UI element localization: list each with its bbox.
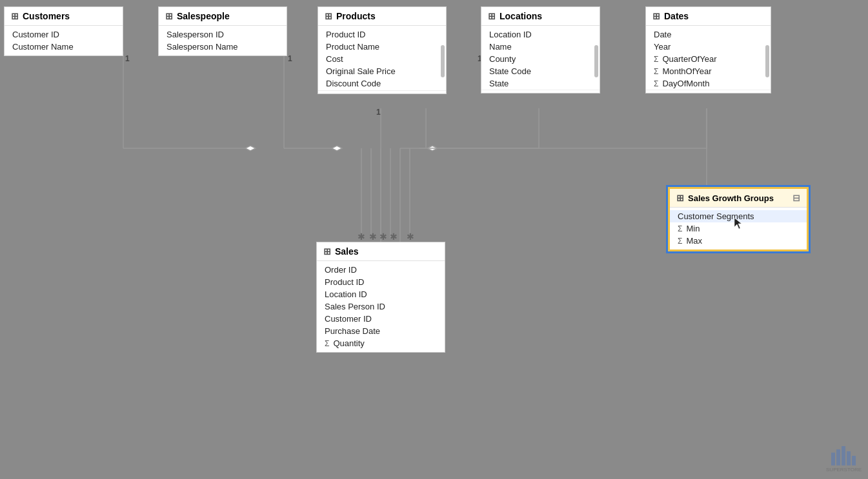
sales-table: ⊞ Sales Order ID Product ID Location ID … bbox=[316, 242, 445, 353]
svg-text:✱: ✱ bbox=[390, 231, 398, 242]
field-sales-product-id: Product ID bbox=[317, 276, 445, 288]
locations-table-icon: ⊞ bbox=[488, 11, 496, 21]
salespeople-table-icon: ⊞ bbox=[165, 11, 173, 21]
customers-title: Customers bbox=[23, 11, 70, 21]
products-table-header: ⊞ Products bbox=[318, 7, 446, 26]
sales-table-header: ⊞ Sales bbox=[317, 242, 445, 261]
salespeople-table: ⊞ Salespeople Salesperson ID Salesperson… bbox=[158, 6, 287, 56]
dates-scrollbar[interactable] bbox=[765, 45, 769, 77]
customers-fields: Customer ID Customer Name bbox=[5, 26, 123, 55]
svg-text:✱: ✱ bbox=[358, 231, 365, 242]
locations-table-header: ⊞ Locations bbox=[481, 7, 600, 26]
field-cost: Cost bbox=[318, 53, 446, 65]
svg-text:1: 1 bbox=[288, 54, 292, 63]
customers-table-header: ⊞ Customers bbox=[5, 7, 123, 26]
locations-title: Locations bbox=[500, 11, 542, 21]
sgg-title: Sales Growth Groups bbox=[688, 193, 774, 203]
svg-marker-5 bbox=[332, 146, 342, 151]
products-scrollbar[interactable] bbox=[441, 45, 445, 77]
svg-marker-12 bbox=[427, 146, 438, 151]
sgg-table-icon: ⊞ bbox=[676, 193, 684, 203]
svg-text:1: 1 bbox=[125, 54, 130, 63]
field-quantity: ΣQuantity bbox=[317, 337, 445, 349]
sgg-table-header: ⊞ Sales Growth Groups ⊟ bbox=[670, 189, 807, 208]
field-customer-segments: Customer Segments bbox=[670, 210, 807, 222]
field-salesperson-id: Salesperson ID bbox=[159, 28, 287, 41]
field-sales-location-id: Location ID bbox=[317, 288, 445, 300]
locations-scrollbar[interactable] bbox=[594, 45, 598, 77]
field-location-id: Location ID bbox=[481, 28, 600, 41]
svg-rect-37 bbox=[852, 456, 856, 465]
sales-title: Sales bbox=[335, 246, 359, 257]
svg-rect-33 bbox=[831, 453, 835, 465]
svg-marker-2 bbox=[245, 146, 256, 151]
watermark: SUPERSTORE bbox=[826, 446, 862, 473]
products-title: Products bbox=[336, 11, 376, 21]
field-salesperson-name: Salesperson Name bbox=[159, 41, 287, 53]
customers-table-icon: ⊞ bbox=[11, 11, 19, 21]
field-date: Date bbox=[646, 28, 771, 41]
sales-growth-groups-table: ⊞ Sales Growth Groups ⊟ Customer Segment… bbox=[668, 187, 809, 251]
sales-table-icon: ⊞ bbox=[323, 246, 331, 257]
dates-table: ⊞ Dates Date Year ΣQuarterOfYear ΣMonthO… bbox=[645, 6, 771, 93]
svg-text:✱: ✱ bbox=[407, 231, 414, 242]
svg-text:✱: ✱ bbox=[379, 231, 387, 242]
field-state: State bbox=[481, 77, 600, 90]
field-product-name: Product Name bbox=[318, 41, 446, 53]
locations-table: ⊞ Locations Location ID Name County Stat… bbox=[481, 6, 600, 93]
field-location-name: Name bbox=[481, 41, 600, 53]
dates-table-icon: ⊞ bbox=[652, 11, 660, 21]
field-sales-person-id: Sales Person ID bbox=[317, 300, 445, 313]
field-month-of-year: ΣMonthOfYear bbox=[646, 65, 771, 77]
field-state-code: State Code bbox=[481, 65, 600, 77]
field-sgg-max: ΣMax bbox=[670, 235, 807, 247]
svg-rect-34 bbox=[836, 449, 840, 465]
field-purchase-date: Purchase Date bbox=[317, 325, 445, 337]
locations-fields: Location ID Name County State Code State bbox=[481, 26, 600, 93]
field-customer-name: Customer Name bbox=[5, 41, 123, 53]
products-fields: Product ID Product Name Cost Original Sa… bbox=[318, 26, 446, 93]
products-table: ⊞ Products Product ID Product Name Cost … bbox=[318, 6, 447, 94]
svg-text:1: 1 bbox=[376, 108, 381, 117]
dates-fields: Date Year ΣQuarterOfYear ΣMonthOfYear ΣD… bbox=[646, 26, 771, 93]
field-sales-customer-id: Customer ID bbox=[317, 313, 445, 325]
field-original-sale-price: Original Sale Price bbox=[318, 65, 446, 77]
salespeople-title: Salespeople bbox=[177, 11, 230, 21]
svg-rect-35 bbox=[842, 446, 845, 465]
field-customer-id: Customer ID bbox=[5, 28, 123, 41]
dates-title: Dates bbox=[664, 11, 689, 21]
field-day-of-month: ΣDayOfMonth bbox=[646, 77, 771, 90]
salespeople-table-header: ⊞ Salespeople bbox=[159, 7, 287, 26]
sgg-fields: Customer Segments ΣMin ΣMax bbox=[670, 208, 807, 249]
field-sgg-min: ΣMin bbox=[670, 222, 807, 235]
field-year: Year bbox=[646, 41, 771, 53]
field-quarter-of-year: ΣQuarterOfYear bbox=[646, 53, 771, 65]
field-discount-code: Discount Code bbox=[318, 77, 446, 91]
field-product-id: Product ID bbox=[318, 28, 446, 41]
sales-fields: Order ID Product ID Location ID Sales Pe… bbox=[317, 261, 445, 352]
field-county: County bbox=[481, 53, 600, 65]
customers-table: ⊞ Customers Customer ID Customer Name bbox=[4, 6, 123, 56]
products-table-icon: ⊞ bbox=[325, 11, 332, 21]
sgg-collapse-icon[interactable]: ⊟ bbox=[792, 193, 800, 203]
dates-table-header: ⊞ Dates bbox=[646, 7, 771, 26]
svg-text:✱: ✱ bbox=[369, 231, 377, 242]
field-order-id: Order ID bbox=[317, 264, 445, 276]
svg-rect-36 bbox=[847, 451, 851, 465]
salespeople-fields: Salesperson ID Salesperson Name bbox=[159, 26, 287, 55]
